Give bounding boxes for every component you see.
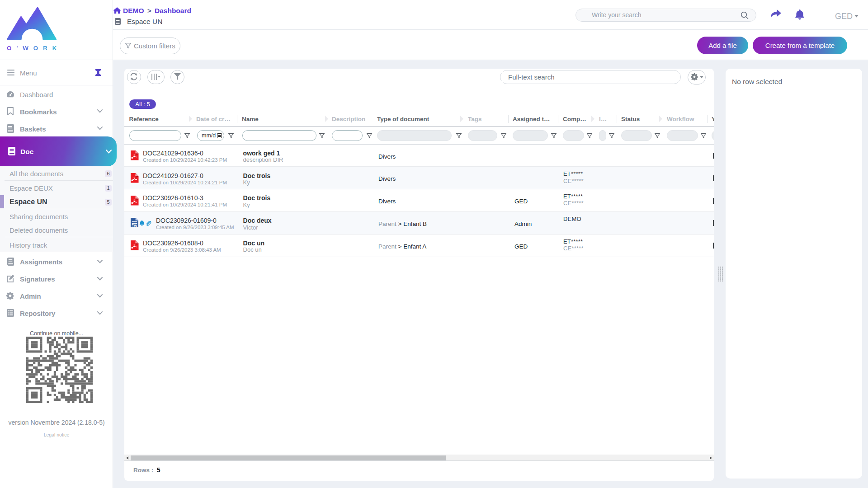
svg-text:w: w — [133, 223, 137, 227]
